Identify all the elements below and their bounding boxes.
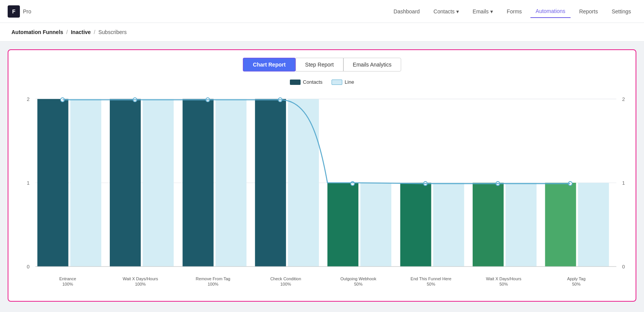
x-label-checkcond-pct: 100%: [249, 281, 322, 287]
x-label-webhook-name: Outgoing Webhook: [322, 276, 395, 281]
brand-logo: F: [8, 5, 20, 18]
x-label-applytag-pct: 50%: [540, 281, 613, 287]
nav-settings[interactable]: Settings: [606, 5, 636, 18]
bar-webhook-light: [360, 183, 391, 266]
x-label-endfunnel-name: End This Funnel Here: [395, 276, 467, 281]
x-label-wait1-name: Wait X Days/Hours: [104, 276, 177, 281]
x-label-wait1-pct: 100%: [104, 281, 177, 287]
legend-line-label: Line: [345, 79, 354, 85]
x-label-wait2-pct: 50%: [467, 281, 540, 287]
nav-links: Dashboard Contacts ▾ Emails ▾ Forms Auto…: [388, 5, 636, 18]
nav-automations[interactable]: Automations: [530, 5, 571, 18]
x-label-webhook: Outgoing Webhook 50%: [322, 276, 395, 287]
bar-endfunnel-light: [433, 183, 464, 266]
x-label-webhook-pct: 50%: [322, 281, 395, 287]
bar-webhook-dark: [327, 183, 358, 266]
x-label-applytag-name: Apply Tag: [540, 276, 613, 281]
nav-emails[interactable]: Emails ▾: [467, 5, 498, 18]
bar-wait1-dark: [110, 99, 141, 266]
top-nav: F Pro Dashboard Contacts ▾ Emails ▾ Form…: [0, 0, 644, 23]
tab-step-report[interactable]: Step Report: [296, 58, 343, 72]
x-label-wait1: Wait X Days/Hours 100%: [104, 276, 177, 287]
bar-applytag-dark: [545, 183, 576, 266]
svg-text:2: 2: [27, 96, 29, 102]
legend-line-color: [332, 80, 342, 85]
x-label-removetag-name: Remove From Tag: [177, 276, 249, 281]
bar-wait2-dark: [473, 183, 504, 266]
nav-contacts[interactable]: Contacts ▾: [428, 5, 464, 18]
breadcrumb-sep-2: /: [94, 29, 95, 35]
bar-entrance-light: [70, 99, 101, 266]
nav-reports[interactable]: Reports: [574, 5, 603, 18]
dot-webhook: [351, 182, 355, 185]
chart-area: 2 1 0 2 1 0: [16, 91, 628, 275]
x-label-checkcond: Check Condition 100%: [249, 276, 322, 287]
legend-contacts-color: [290, 80, 301, 85]
x-label-removetag-pct: 100%: [177, 281, 249, 287]
nav-contacts-label: Contacts: [434, 8, 455, 15]
bar-applytag-light: [578, 183, 609, 266]
svg-text:0: 0: [27, 264, 29, 270]
x-labels: Entrance 100% Wait X Days/Hours 100% Rem…: [16, 276, 628, 287]
chart-legend: Contacts Line: [16, 79, 628, 85]
x-label-endfunnel: End This Funnel Here 50%: [395, 276, 467, 287]
nav-forms[interactable]: Forms: [501, 5, 527, 18]
bar-endfunnel-dark: [400, 183, 431, 266]
svg-text:0: 0: [622, 264, 625, 270]
legend-contacts-label: Contacts: [303, 79, 322, 85]
nav-emails-label: Emails: [473, 8, 489, 15]
nav-dashboard[interactable]: Dashboard: [388, 5, 425, 18]
x-label-checkcond-name: Check Condition: [249, 276, 322, 281]
bar-wait1-light: [143, 99, 174, 266]
breadcrumb-sep-1: /: [66, 29, 68, 35]
bar-removetag-light: [216, 99, 247, 266]
bar-checkcond-dark: [255, 99, 286, 266]
svg-text:2: 2: [622, 96, 625, 102]
x-label-entrance-name: Entrance: [31, 276, 104, 281]
svg-text:1: 1: [27, 180, 29, 186]
legend-line: Line: [332, 79, 354, 85]
x-label-endfunnel-pct: 50%: [395, 281, 467, 287]
bar-wait2-light: [506, 183, 537, 266]
svg-text:1: 1: [622, 180, 625, 186]
main-content: Chart Report Step Report Emails Analytic…: [0, 42, 644, 309]
tabs-row: Chart Report Step Report Emails Analytic…: [16, 58, 628, 72]
chevron-down-icon: ▾: [490, 8, 493, 15]
x-label-applytag: Apply Tag 50%: [540, 276, 613, 287]
x-label-wait2: Wait X Days/Hours 50%: [467, 276, 540, 287]
x-label-entrance: Entrance 100%: [31, 276, 104, 287]
logo-text: F: [12, 8, 16, 15]
nav-brand: F Pro: [8, 5, 31, 18]
tab-chart-report[interactable]: Chart Report: [243, 58, 296, 72]
chart-container: Chart Report Step Report Emails Analytic…: [8, 49, 636, 302]
x-label-entrance-pct: 100%: [31, 281, 104, 287]
chart-svg: 2 1 0 2 1 0: [16, 91, 628, 275]
breadcrumb-inactive[interactable]: Inactive: [71, 29, 91, 35]
x-label-wait2-name: Wait X Days/Hours: [467, 276, 540, 281]
brand-name: Pro: [23, 8, 31, 15]
breadcrumb-automation-funnels[interactable]: Automation Funnels: [11, 29, 63, 35]
bar-checkcond-light: [288, 99, 319, 266]
bar-entrance-dark: [37, 99, 68, 266]
breadcrumb-subscribers: Subscribers: [98, 29, 127, 35]
chevron-down-icon: ▾: [456, 8, 459, 15]
breadcrumb: Automation Funnels / Inactive / Subscrib…: [0, 23, 644, 42]
tab-emails-analytics[interactable]: Emails Analytics: [343, 58, 401, 72]
x-label-removetag: Remove From Tag 100%: [177, 276, 249, 287]
bar-removetag-dark: [182, 99, 213, 266]
legend-contacts: Contacts: [290, 79, 322, 85]
